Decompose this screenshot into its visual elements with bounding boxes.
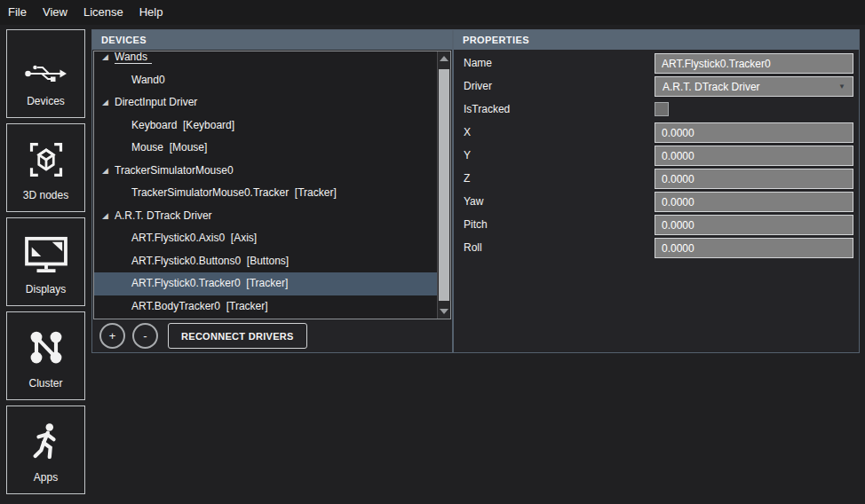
y-field[interactable] xyxy=(655,146,853,166)
chevron-down-icon: ▼ xyxy=(838,83,845,91)
x-label: X xyxy=(454,122,655,143)
sidebar-item-3d-nodes[interactable]: 3D nodes xyxy=(6,123,85,212)
tree-row-art-flystick0-buttons0[interactable]: ART.Flystick0.Buttons0 [Buttons] xyxy=(94,250,437,273)
tree-row-wands[interactable]: ◢ Wands xyxy=(94,51,437,69)
properties-panel: PROPERTIES Name Driver A.R.T. DTrack Dri… xyxy=(454,30,859,352)
scrollbar-down-button[interactable] xyxy=(438,303,450,319)
expander-icon[interactable]: ◢ xyxy=(101,91,109,114)
menu-file[interactable]: File xyxy=(0,0,35,25)
property-row-yaw: Yaw xyxy=(454,192,859,215)
sidebar-label-devices: Devices xyxy=(27,95,65,107)
tree-row-trackersimulatormouse0-tracker[interactable]: TrackerSimulatorMouse0.Tracker [Tracker] xyxy=(94,182,437,205)
reconnect-drivers-button[interactable]: RECONNECT DRIVERS xyxy=(168,323,307,349)
tree-row-wand0[interactable]: Wand0 xyxy=(94,69,437,92)
remove-device-button[interactable]: - xyxy=(132,323,158,349)
monitor-icon xyxy=(24,236,68,273)
property-row-x: X xyxy=(454,122,859,146)
istracked-checkbox[interactable] xyxy=(655,102,669,116)
tree-row-directinput-driver[interactable]: ◢ DirectInput Driver xyxy=(94,91,437,114)
tree-row-art-bodytracker0[interactable]: ART.BodyTracker0 [Tracker] xyxy=(94,295,437,319)
properties-panel-title: PROPERTIES xyxy=(454,30,859,50)
property-row-roll: Roll xyxy=(454,238,859,261)
property-row-driver: Driver A.R.T. DTrack Driver ▼ xyxy=(454,76,859,99)
roll-field[interactable] xyxy=(655,238,853,258)
sidebar-label-displays: Displays xyxy=(26,283,66,295)
sidebar-label-3d-nodes: 3D nodes xyxy=(23,189,68,201)
tree-row-mouse[interactable]: Mouse [Mouse] xyxy=(94,137,437,160)
expander-icon[interactable]: ◢ xyxy=(101,205,109,228)
menu-view[interactable]: View xyxy=(35,0,75,25)
sidebar-item-devices[interactable]: Devices xyxy=(6,29,85,118)
z-field[interactable] xyxy=(655,169,853,189)
devices-toolbar: + - RECONNECT DRIVERS xyxy=(92,319,452,352)
menu-help[interactable]: Help xyxy=(131,0,171,25)
walking-person-icon xyxy=(31,422,61,461)
pitch-field[interactable] xyxy=(655,215,853,235)
expander-icon[interactable]: ◢ xyxy=(101,160,109,183)
add-device-button[interactable]: + xyxy=(99,323,125,349)
sidebar-item-cluster[interactable]: Cluster xyxy=(6,311,85,400)
tree-row-art-flystick0-axis0[interactable]: ART.Flystick0.Axis0 [Axis] xyxy=(94,227,437,250)
tree-row-trackersimulatormouse0[interactable]: ◢ TrackerSimulatorMouse0 xyxy=(94,160,437,183)
property-row-istracked: IsTracked xyxy=(454,99,859,122)
main-panels-container: DEVICES ◢ Wands Wand0 ◢ DirectInput Driv… xyxy=(91,29,860,353)
driver-dropdown[interactable]: A.R.T. DTrack Driver ▼ xyxy=(655,76,853,97)
property-row-pitch: Pitch xyxy=(454,215,859,238)
name-field[interactable] xyxy=(655,53,853,74)
driver-label: Driver xyxy=(454,76,655,97)
tree-row-keyboard[interactable]: Keyboard [Keyboard] xyxy=(94,114,437,138)
z-label: Z xyxy=(454,169,655,189)
sidebar-label-apps: Apps xyxy=(34,471,58,484)
property-row-z: Z xyxy=(454,169,859,192)
menu-bar: File View License Help xyxy=(0,0,865,25)
pitch-label: Pitch xyxy=(454,215,655,235)
tree-row-art-flystick0-tracker0[interactable]: ART.Flystick0.Tracker0 [Tracker] xyxy=(94,272,437,295)
roll-label: Roll xyxy=(454,238,655,258)
yaw-label: Yaw xyxy=(454,192,655,212)
network-nodes-icon xyxy=(27,328,66,367)
sidebar-item-apps[interactable]: Apps xyxy=(6,406,85,494)
expander-icon[interactable]: ◢ xyxy=(101,51,109,69)
scrollbar-up-button[interactable] xyxy=(438,51,450,67)
name-label: Name xyxy=(454,53,655,74)
menu-license[interactable]: License xyxy=(75,0,131,25)
driver-dropdown-value: A.R.T. DTrack Driver xyxy=(663,81,760,93)
device-tree-rows: ◢ Wands Wand0 ◢ DirectInput Driver Keybo… xyxy=(94,51,450,318)
istracked-label: IsTracked xyxy=(454,99,655,120)
cube-3d-icon xyxy=(27,140,66,179)
yaw-field[interactable] xyxy=(655,192,853,212)
scrollbar-thumb[interactable] xyxy=(439,69,449,301)
sidebar-label-cluster: Cluster xyxy=(28,377,62,390)
tree-scrollbar[interactable] xyxy=(437,51,450,319)
usb-icon xyxy=(24,57,68,85)
property-row-name: Name xyxy=(454,53,859,76)
devices-panel: DEVICES ◢ Wands Wand0 ◢ DirectInput Driv… xyxy=(92,30,452,352)
y-label: Y xyxy=(454,146,655,166)
tree-row-art-dtrack-driver[interactable]: ◢ A.R.T. DTrack Driver xyxy=(94,205,437,228)
devices-panel-title: DEVICES xyxy=(92,30,452,50)
x-field[interactable] xyxy=(655,122,853,143)
device-tree: ◢ Wands Wand0 ◢ DirectInput Driver Keybo… xyxy=(93,51,451,319)
properties-body: Name Driver A.R.T. DTrack Driver ▼ IsTra… xyxy=(454,50,859,261)
property-row-y: Y xyxy=(454,146,859,169)
sidebar-item-displays[interactable]: Displays xyxy=(6,217,85,306)
